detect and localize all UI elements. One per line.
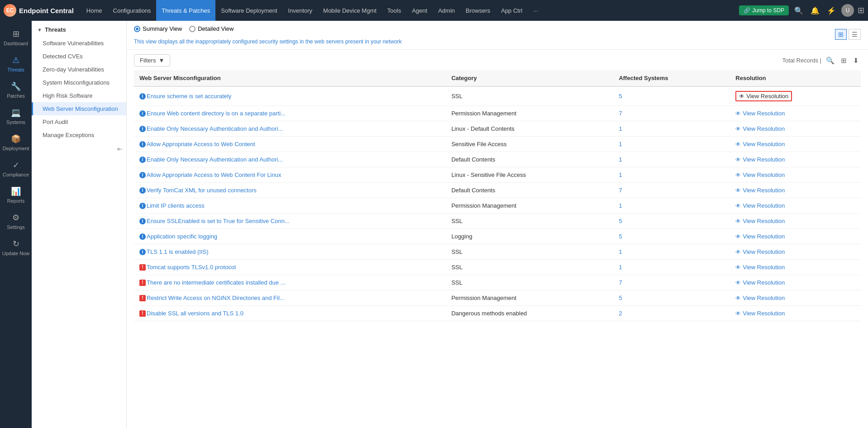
misconfiguration-link[interactable]: Limit IP clients access: [147, 202, 205, 209]
misconfiguration-link[interactable]: Verify TomCat XML for unused connectors: [147, 187, 257, 194]
list-view-button[interactable]: ☰: [849, 29, 861, 40]
affected-count[interactable]: 1: [619, 141, 622, 147]
affected-count[interactable]: 2: [619, 310, 622, 317]
affected-count[interactable]: 5: [619, 233, 622, 240]
filter-button[interactable]: Filters ▼: [134, 54, 170, 67]
sidebar-item-settings[interactable]: ⚙ Settings: [0, 208, 32, 234]
leftnav-system-misconfigurations[interactable]: System Misconfigurations: [32, 76, 126, 89]
misconfiguration-link[interactable]: Tomcat supports TLSv1.0 protocol: [147, 264, 236, 271]
view-resolution-link[interactable]: 👁View Resolution: [735, 156, 855, 163]
sidebar-item-deployment[interactable]: 📦 Deployment: [0, 129, 32, 156]
misconfiguration-link[interactable]: Enable Only Necessary Authentication and…: [147, 125, 283, 132]
affected-count[interactable]: 1: [619, 264, 622, 271]
grid-view-button[interactable]: ⊞: [835, 29, 847, 40]
user-avatar[interactable]: U: [841, 4, 854, 17]
view-resolution-label: View Resolution: [746, 93, 788, 100]
nav-admin[interactable]: Admin: [433, 0, 460, 21]
affected-count[interactable]: 5: [619, 93, 622, 100]
lightning-icon[interactable]: ⚡: [825, 5, 838, 17]
affected-count[interactable]: 7: [619, 110, 622, 117]
summary-view-radio[interactable]: [134, 26, 140, 32]
sidebar-item-patches[interactable]: 🔧 Patches: [0, 77, 32, 103]
search-icon[interactable]: 🔍: [792, 5, 805, 17]
nav-configurations[interactable]: Configurations: [108, 0, 157, 21]
misconfiguration-link[interactable]: Ensure Web content directory is on a sep…: [147, 110, 286, 117]
view-resolution-link[interactable]: 👁View Resolution: [735, 125, 855, 132]
view-resolution-link[interactable]: 👁View Resolution: [735, 233, 855, 240]
affected-count[interactable]: 1: [619, 248, 622, 255]
leftnav-manage-exceptions[interactable]: Manage Exceptions: [32, 128, 126, 142]
columns-icon[interactable]: ⊞: [839, 56, 849, 66]
misconfiguration-link[interactable]: There are no intermediate certificates i…: [147, 279, 285, 286]
misconfiguration-link[interactable]: Restrict Write Access on NGINX Directori…: [147, 295, 285, 301]
misconfiguration-link[interactable]: Ensure SSLEnabled is set to True for Sen…: [147, 218, 290, 224]
misconfiguration-link[interactable]: Allow Appropriate Access to Web Content: [147, 141, 255, 147]
export-icon[interactable]: ⬇: [851, 56, 861, 66]
grid-icon[interactable]: ⊞: [858, 5, 864, 15]
sidebar-item-reports[interactable]: 📊 Reports: [0, 182, 32, 208]
nav-inventory[interactable]: Inventory: [283, 0, 318, 21]
nav-browsers[interactable]: Browsers: [460, 0, 496, 21]
affected-count[interactable]: 5: [619, 218, 622, 224]
collapse-sidebar-button[interactable]: ⇤: [32, 142, 126, 156]
leftnav-web-server-misconfiguration[interactable]: Web Server Misconfiguration: [32, 102, 126, 115]
threats-section-header[interactable]: ▼ Threats: [32, 21, 126, 37]
misconfiguration-link[interactable]: Disable SSL all versions and TLS 1.0: [147, 310, 243, 317]
description-prefix: This view displays all the inappropriate…: [134, 38, 371, 45]
misconfiguration-link[interactable]: Ensure scheme is set accurately: [147, 93, 231, 100]
view-resolution-link[interactable]: 👁View Resolution: [735, 202, 855, 209]
your-network-link[interactable]: your network: [371, 38, 402, 45]
app-logo[interactable]: EC Endpoint Central: [4, 4, 74, 17]
detailed-view-radio[interactable]: [189, 26, 196, 32]
nav-mobile-device-mgmt[interactable]: Mobile Device Mgmt: [318, 0, 382, 21]
nav-more[interactable]: ···: [528, 0, 544, 21]
nav-threats-patches[interactable]: Threats & Patches: [156, 0, 215, 21]
leftnav-software-vulnerabilities[interactable]: Software Vulnerabilities: [32, 37, 126, 50]
misconfiguration-link[interactable]: Application specific logging: [147, 233, 217, 240]
sidebar-item-dashboard[interactable]: ⊞ Dashboard: [0, 24, 32, 51]
nav-tools[interactable]: Tools: [382, 0, 406, 21]
nav-software-deployment[interactable]: Software Deployment: [215, 0, 282, 21]
affected-count[interactable]: 1: [619, 171, 622, 178]
view-resolution-link[interactable]: 👁View Resolution: [735, 279, 855, 286]
view-resolution-link[interactable]: 👁View Resolution: [735, 187, 855, 194]
leftnav-zero-day-vulnerabilities[interactable]: Zero-day Vulnerabilities: [32, 63, 126, 76]
affected-count[interactable]: 1: [619, 202, 622, 209]
view-resolution-link[interactable]: 👁View Resolution: [735, 248, 855, 255]
sidebar-item-compliance[interactable]: ✓ Compliance: [0, 156, 32, 182]
misconfiguration-link[interactable]: Allow Appropriate Access to Web Content …: [147, 171, 281, 178]
affected-count[interactable]: 7: [619, 279, 622, 286]
nav-home[interactable]: Home: [81, 0, 108, 21]
affected-count[interactable]: 1: [619, 156, 622, 163]
view-resolution-link[interactable]: 👁View Resolution: [735, 110, 855, 117]
detailed-view-option[interactable]: Detailed View: [189, 25, 234, 32]
view-resolution-link[interactable]: 👁View Resolution: [735, 171, 855, 178]
cell-category: Sensitive File Access: [446, 137, 613, 152]
affected-count[interactable]: 1: [619, 125, 622, 132]
view-resolution-link[interactable]: 👁View Resolution: [735, 264, 855, 271]
sidebar-item-threats[interactable]: ⚠ Threats: [0, 51, 32, 77]
summary-view-option[interactable]: Summary View: [134, 25, 182, 32]
cell-misconfiguration: i Application specific logging: [134, 229, 446, 244]
sidebar-item-systems[interactable]: 💻 Systems: [0, 103, 32, 129]
jump-sdp-button[interactable]: 🔗 Jump to SDP: [739, 5, 789, 15]
notifications-icon[interactable]: 🔔: [809, 5, 821, 17]
view-resolution-link[interactable]: 👁View Resolution: [735, 310, 855, 317]
view-resolution-link[interactable]: 👁View Resolution: [735, 295, 855, 301]
view-resolution-link[interactable]: 👁View Resolution: [735, 141, 855, 147]
affected-count[interactable]: 5: [619, 295, 622, 301]
misconfiguration-link[interactable]: Enable Only Necessary Authentication and…: [147, 156, 283, 163]
cell-affected-systems: 1: [613, 260, 730, 275]
search-table-icon[interactable]: 🔍: [824, 56, 836, 66]
view-resolution-link[interactable]: 👁View Resolution: [735, 218, 855, 224]
page-description: This view displays all the inappropriate…: [134, 36, 402, 49]
sidebar-item-update-now[interactable]: ↻ Update Now: [0, 234, 32, 261]
leftnav-detected-cves[interactable]: Detected CVEs: [32, 50, 126, 63]
leftnav-high-risk-software[interactable]: High Risk Software: [32, 89, 126, 102]
leftnav-port-audit[interactable]: Port Audit: [32, 115, 126, 128]
nav-app-ctrl[interactable]: App Ctrl: [496, 0, 528, 21]
affected-count[interactable]: 7: [619, 187, 622, 194]
misconfiguration-link[interactable]: TLS 1.1 is enabled (IIS): [147, 248, 209, 255]
view-resolution-highlighted[interactable]: 👁View Resolution: [735, 91, 792, 101]
nav-agent[interactable]: Agent: [406, 0, 433, 21]
